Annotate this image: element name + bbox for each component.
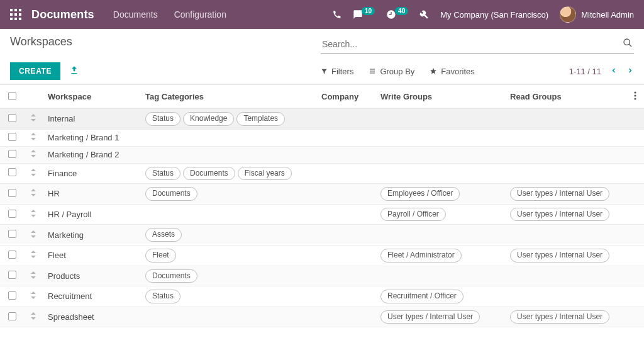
- group-pill[interactable]: User types / Internal User: [510, 208, 609, 222]
- row-checkbox[interactable]: [0, 109, 24, 130]
- create-button[interactable]: CREATE: [10, 62, 60, 80]
- cell-tag-categories[interactable]: [140, 307, 316, 327]
- tag-pill[interactable]: Status: [145, 290, 180, 303]
- tag-pill[interactable]: Assets: [145, 228, 182, 242]
- cell-company[interactable]: [316, 307, 375, 327]
- drag-handle-icon[interactable]: [24, 204, 43, 225]
- tag-pill[interactable]: Status: [145, 167, 180, 181]
- tag-pill[interactable]: Status: [145, 112, 180, 126]
- cell-workspace[interactable]: Spreadsheet: [43, 307, 140, 327]
- table-row[interactable]: Marketing / Brand 1: [0, 129, 644, 146]
- cell-tag-categories[interactable]: StatusDocumentsFiscal years: [140, 163, 316, 184]
- cell-workspace[interactable]: HR / Payroll: [43, 204, 140, 225]
- cell-workspace[interactable]: HR: [43, 184, 140, 205]
- header-tag-categories[interactable]: Tag Categories: [140, 85, 316, 109]
- cell-tag-categories[interactable]: Fleet: [140, 245, 316, 266]
- search-input[interactable]: [321, 35, 634, 54]
- cell-write-groups[interactable]: Employees / Officer: [375, 184, 505, 205]
- table-row[interactable]: InternalStatusKnowledgeTemplates: [0, 109, 644, 130]
- drag-handle-icon[interactable]: [24, 146, 43, 163]
- row-checkbox[interactable]: [0, 204, 24, 225]
- discuss-icon[interactable]: 10: [353, 9, 375, 20]
- cell-workspace[interactable]: Marketing / Brand 2: [43, 146, 140, 163]
- cell-tag-categories[interactable]: [140, 146, 316, 163]
- group-pill[interactable]: User types / Internal User: [510, 310, 609, 324]
- cell-company[interactable]: [316, 163, 375, 184]
- groupby-button[interactable]: Group By: [369, 67, 414, 76]
- menu-documents[interactable]: Documents: [113, 9, 158, 20]
- drag-handle-icon[interactable]: [24, 163, 43, 184]
- cell-write-groups[interactable]: Fleet / Administrator: [375, 245, 505, 266]
- tag-pill[interactable]: Fleet: [145, 249, 176, 262]
- optional-columns-icon[interactable]: [626, 85, 644, 109]
- cell-tag-categories[interactable]: [140, 204, 316, 225]
- cell-company[interactable]: [316, 245, 375, 266]
- tag-pill[interactable]: Templates: [236, 112, 285, 126]
- pager-count[interactable]: 1-11 / 11: [569, 67, 601, 76]
- header-write-groups[interactable]: Write Groups: [375, 85, 505, 109]
- cell-write-groups[interactable]: [375, 129, 505, 146]
- menu-configuration[interactable]: Configuration: [174, 9, 226, 20]
- cell-company[interactable]: [316, 286, 375, 307]
- group-pill[interactable]: Recruitment / Officer: [380, 290, 464, 303]
- company-switcher[interactable]: My Company (San Francisco): [440, 10, 548, 20]
- cell-read-groups[interactable]: [505, 286, 626, 307]
- app-brand[interactable]: Documents: [31, 8, 94, 21]
- tag-pill[interactable]: Documents: [183, 167, 235, 181]
- drag-handle-icon[interactable]: [24, 307, 43, 327]
- cell-tag-categories[interactable]: Documents: [140, 266, 316, 286]
- cell-read-groups[interactable]: User types / Internal User: [505, 204, 626, 225]
- group-pill[interactable]: Employees / Officer: [380, 187, 460, 201]
- cell-company[interactable]: [316, 129, 375, 146]
- cell-tag-categories[interactable]: StatusKnowledgeTemplates: [140, 109, 316, 130]
- cell-tag-categories[interactable]: [140, 129, 316, 146]
- pager-prev-icon[interactable]: [610, 67, 618, 76]
- cell-workspace[interactable]: Products: [43, 266, 140, 286]
- row-checkbox[interactable]: [0, 307, 24, 327]
- tag-pill[interactable]: Knowledge: [183, 112, 234, 126]
- cell-tag-categories[interactable]: Documents: [140, 184, 316, 205]
- cell-read-groups[interactable]: [505, 109, 626, 130]
- drag-handle-icon[interactable]: [24, 245, 43, 266]
- user-menu[interactable]: Mitchell Admin: [560, 6, 634, 23]
- row-checkbox[interactable]: [0, 286, 24, 307]
- cell-read-groups[interactable]: [505, 266, 626, 286]
- row-checkbox[interactable]: [0, 225, 24, 246]
- cell-write-groups[interactable]: [375, 225, 505, 246]
- cell-workspace[interactable]: Finance: [43, 163, 140, 184]
- group-pill[interactable]: User types / Internal User: [510, 249, 609, 262]
- cell-read-groups[interactable]: [505, 146, 626, 163]
- favorites-button[interactable]: Favorites: [430, 67, 474, 76]
- cell-workspace[interactable]: Marketing: [43, 225, 140, 246]
- table-row[interactable]: ProductsDocuments: [0, 266, 644, 286]
- header-company[interactable]: Company: [316, 85, 375, 109]
- table-row[interactable]: RecruitmentStatusRecruitment / Officer: [0, 286, 644, 307]
- cell-company[interactable]: [316, 204, 375, 225]
- cell-write-groups[interactable]: Recruitment / Officer: [375, 286, 505, 307]
- activity-icon[interactable]: 40: [386, 9, 408, 20]
- table-row[interactable]: HRDocumentsEmployees / OfficerUser types…: [0, 184, 644, 205]
- table-row[interactable]: SpreadsheetUser types / Internal UserUse…: [0, 307, 644, 327]
- search-icon[interactable]: [623, 38, 633, 50]
- drag-handle-icon[interactable]: [24, 266, 43, 286]
- cell-write-groups[interactable]: [375, 146, 505, 163]
- row-checkbox[interactable]: [0, 146, 24, 163]
- header-workspace[interactable]: Workspace: [43, 85, 140, 109]
- table-row[interactable]: FleetFleetFleet / AdministratorUser type…: [0, 245, 644, 266]
- cell-write-groups[interactable]: User types / Internal User: [375, 307, 505, 327]
- cell-workspace[interactable]: Fleet: [43, 245, 140, 266]
- cell-read-groups[interactable]: User types / Internal User: [505, 184, 626, 205]
- table-row[interactable]: FinanceStatusDocumentsFiscal years: [0, 163, 644, 184]
- pager-next-icon[interactable]: [626, 67, 634, 76]
- group-pill[interactable]: User types / Internal User: [380, 310, 480, 324]
- table-row[interactable]: Marketing / Brand 2: [0, 146, 644, 163]
- cell-company[interactable]: [316, 109, 375, 130]
- cell-company[interactable]: [316, 184, 375, 205]
- cell-read-groups[interactable]: [505, 225, 626, 246]
- drag-handle-icon[interactable]: [24, 109, 43, 130]
- cell-company[interactable]: [316, 146, 375, 163]
- row-checkbox[interactable]: [0, 184, 24, 205]
- cell-write-groups[interactable]: [375, 266, 505, 286]
- drag-handle-icon[interactable]: [24, 286, 43, 307]
- cell-read-groups[interactable]: User types / Internal User: [505, 245, 626, 266]
